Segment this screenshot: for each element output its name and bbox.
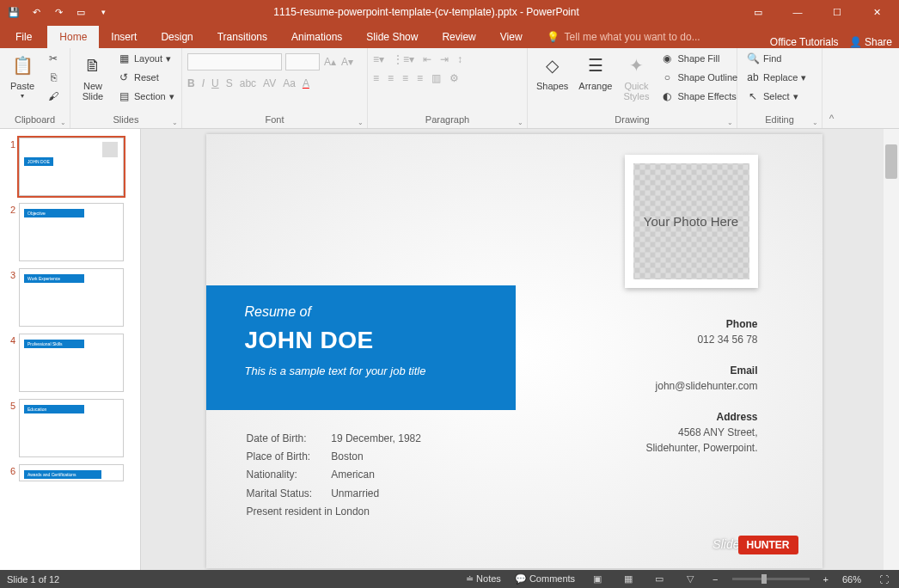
redo-icon[interactable]: ↷ (48, 2, 69, 22)
slide-counter[interactable]: Slide 1 of 12 (7, 574, 59, 585)
new-slide-label: New Slide (83, 81, 103, 101)
font-size-select[interactable] (285, 53, 320, 70)
tab-review[interactable]: Review (430, 26, 487, 48)
reset-button[interactable]: ↺Reset (113, 69, 178, 86)
thumb-5[interactable]: Education (19, 399, 124, 457)
tab-slideshow[interactable]: Slide Show (354, 26, 430, 48)
select-button[interactable]: ↖Select ▾ (743, 88, 810, 105)
ribbon-tabs: File Home Insert Design Transitions Anim… (0, 24, 899, 48)
tab-transitions[interactable]: Transitions (205, 26, 279, 48)
format-painter-button[interactable]: 🖌 (43, 88, 64, 105)
shrink-font-icon[interactable]: A▾ (340, 55, 354, 69)
zoom-level[interactable]: 66% (842, 574, 861, 585)
shape-outline-button[interactable]: ○Shape Outline (657, 69, 741, 86)
new-slide-button[interactable]: 🗎 New Slide (76, 50, 110, 103)
title-bar: 💾 ↶ ↷ ▭ ▾ 1115-resume-powerpoint-templat… (0, 0, 899, 24)
thumb-3[interactable]: Work Experience (19, 268, 124, 327)
quickstyles-icon: ✦ (622, 52, 650, 79)
zoom-in-button[interactable]: + (823, 574, 829, 585)
smartart-button[interactable]: ⚙ (450, 72, 459, 84)
slideshow-view-icon[interactable]: ▽ (682, 573, 699, 586)
effects-icon: ◐ (660, 89, 674, 103)
shadow-button[interactable]: abc (240, 77, 256, 89)
indent-inc-button[interactable]: ⇥ (440, 53, 449, 65)
text-direction-button[interactable]: ↕ (457, 53, 462, 65)
outline-icon: ○ (660, 70, 674, 84)
qat-more-icon[interactable]: ▾ (93, 2, 113, 22)
shape-effects-button[interactable]: ◐Shape Effects (657, 88, 741, 105)
columns-button[interactable]: ▥ (431, 72, 441, 84)
notes-button[interactable]: ≐ Notes (466, 573, 501, 585)
fit-window-icon[interactable]: ⛶ (875, 573, 892, 586)
copy-button[interactable]: ⎘ (43, 69, 64, 86)
layout-button[interactable]: ▦Layout ▾ (113, 50, 178, 67)
spacing-button[interactable]: AV (263, 77, 276, 89)
find-button[interactable]: 🔍Find (743, 50, 810, 67)
maximize-icon[interactable]: ☐ (818, 0, 856, 24)
arrange-button[interactable]: ☰Arrange (575, 50, 615, 93)
font-select[interactable] (187, 53, 282, 70)
addr1: 4568 ANY Street, (645, 425, 757, 440)
title-box[interactable]: Resume of JOHN DOE This is a sample text… (206, 285, 516, 410)
resume-of-label: Resume of (245, 304, 516, 320)
shape-fill-button[interactable]: ◉Shape Fill (657, 50, 741, 67)
normal-view-icon[interactable]: ▣ (589, 573, 606, 586)
office-tutorials[interactable]: Office Tutorials (770, 36, 839, 48)
scissors-icon: ✂ (46, 52, 60, 65)
align-left-button[interactable]: ≡ (373, 72, 379, 84)
slide-canvas[interactable]: Your Photo Here Resume of JOHN DOE This … (206, 134, 823, 568)
thumb-1[interactable]: JOHN DOE (19, 138, 124, 196)
tab-design[interactable]: Design (149, 26, 205, 48)
cut-button[interactable]: ✂ (43, 50, 64, 67)
start-slideshow-icon[interactable]: ▭ (70, 2, 91, 22)
zoom-out-button[interactable]: − (712, 574, 718, 585)
sorter-view-icon[interactable]: ▦ (620, 573, 637, 586)
section-button[interactable]: ▤Section ▾ (113, 88, 178, 105)
numbering-button[interactable]: ⋮≡▾ (393, 53, 414, 65)
tab-view[interactable]: View (488, 26, 535, 48)
undo-icon[interactable]: ↶ (26, 2, 46, 22)
vertical-scrollbar[interactable] (884, 129, 899, 570)
paste-button[interactable]: 📋 Paste ▾ (5, 50, 40, 102)
share-button[interactable]: 👤 Share (849, 36, 892, 48)
close-icon[interactable]: ✕ (858, 0, 896, 24)
shapes-icon: ◇ (539, 52, 566, 79)
reading-view-icon[interactable]: ▭ (651, 573, 668, 586)
collapse-ribbon-icon[interactable]: ^ (822, 48, 841, 128)
personal-info[interactable]: Date of Birth:19 December, 1982 Place of… (245, 429, 423, 522)
align-right-button[interactable]: ≡ (402, 72, 408, 84)
tab-file[interactable]: File (0, 26, 47, 48)
comments-button[interactable]: 💬 Comments (515, 573, 575, 585)
share-icon: 👤 (849, 36, 862, 48)
strike-button[interactable]: S (226, 77, 233, 89)
quick-styles-button[interactable]: ✦Quick Styles (619, 50, 653, 103)
justify-button[interactable]: ≡ (417, 72, 423, 84)
tab-home[interactable]: Home (47, 26, 99, 48)
tab-animations[interactable]: Animations (279, 26, 354, 48)
tell-me[interactable]: 💡 Tell me what you want to do... (535, 26, 712, 48)
indent-dec-button[interactable]: ⇤ (423, 53, 431, 65)
grow-font-icon[interactable]: A▴ (323, 55, 337, 69)
align-center-button[interactable]: ≡ (388, 72, 394, 84)
thumb-2[interactable]: Objective (19, 203, 124, 261)
case-button[interactable]: Aa (283, 77, 296, 89)
replace-button[interactable]: abReplace ▾ (743, 69, 810, 86)
slide-thumbnails[interactable]: 1JOHN DOE 2Objective 3Work Experience 4P… (0, 129, 141, 570)
shapes-button[interactable]: ◇Shapes (533, 50, 572, 93)
contact-info[interactable]: Phone 012 34 56 78 Email john@slidehunte… (645, 316, 757, 456)
thumb-6[interactable]: Awards and Certifications (19, 464, 124, 481)
thumb-4[interactable]: Professional Skills (19, 334, 124, 392)
bullets-button[interactable]: ≡▾ (373, 53, 384, 65)
save-icon[interactable]: 💾 (3, 2, 24, 22)
font-color-button[interactable]: A (303, 77, 309, 89)
ribbon-options-icon[interactable]: ▭ (739, 0, 777, 24)
italic-button[interactable]: I (202, 77, 205, 89)
group-clipboard: Clipboard (5, 113, 64, 128)
underline-button[interactable]: U (211, 77, 219, 89)
zoom-slider[interactable] (732, 578, 810, 580)
tab-insert[interactable]: Insert (99, 26, 149, 48)
minimize-icon[interactable]: — (779, 0, 816, 24)
bold-button[interactable]: B (187, 77, 195, 89)
section-icon: ▤ (117, 89, 131, 103)
photo-placeholder[interactable]: Your Photo Here (625, 155, 758, 288)
